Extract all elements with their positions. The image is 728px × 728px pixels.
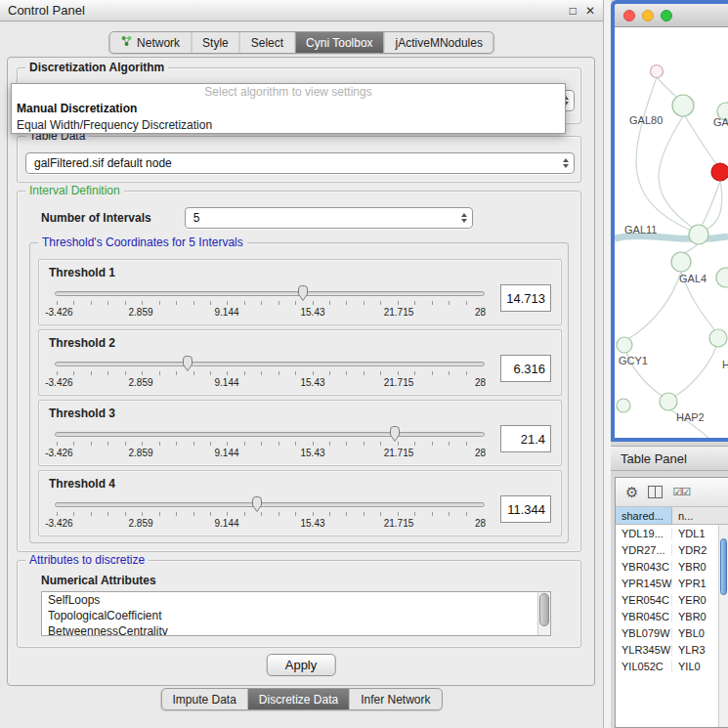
table-row[interactable]: YER054C YER0 — [616, 591, 728, 608]
threshold-1-value-field[interactable]: 14.713 — [500, 284, 551, 312]
tick-label: 28 — [475, 448, 486, 458]
interval-definition-label: Interval Definition — [25, 184, 124, 197]
threshold-4-slider[interactable]: -3.426 2.859 9.144 15.43 21.715 28 — [55, 495, 485, 535]
network-node[interactable] — [672, 95, 694, 116]
gear-icon[interactable]: ⚙ — [625, 485, 638, 499]
network-node[interactable] — [660, 393, 677, 410]
cell[interactable]: YBL079W — [616, 627, 672, 639]
threshold-1-slider[interactable]: -3.426 2.859 9.144 15.43 21.715 28 — [55, 284, 485, 323]
network-nodes[interactable] — [617, 95, 728, 438]
apply-button[interactable]: Apply — [267, 654, 336, 676]
table-vertical-scrollbar[interactable] — [718, 525, 728, 727]
tab-discretize-data[interactable]: Discretize Data — [248, 689, 350, 709]
cell[interactable]: YBR043C — [616, 561, 672, 573]
scrollbar-thumb[interactable] — [720, 538, 727, 595]
network-node[interactable] — [716, 268, 728, 287]
slider-track[interactable] — [55, 362, 485, 366]
slider-track[interactable] — [55, 432, 485, 437]
list-item[interactable]: TopologicalCoefficient — [42, 608, 550, 623]
select-columns-icon[interactable]: ☑☑ — [672, 486, 690, 498]
slider-ticks — [57, 512, 483, 516]
cell[interactable]: YBR045C — [616, 611, 672, 622]
network-tab-icon — [120, 35, 132, 50]
slider-ticks — [57, 442, 483, 446]
list-item[interactable]: SelfLoops — [42, 592, 550, 608]
cell[interactable]: YDL19... — [616, 528, 672, 539]
table-body: YDL19... YDL1 YDR27... YDR2 YBR043C YBR0… — [616, 525, 728, 674]
cell[interactable]: YIL052C — [616, 661, 672, 672]
cell[interactable]: YPR145W — [616, 578, 672, 589]
network-node-selected-red[interactable] — [711, 163, 728, 181]
slider-thumb[interactable] — [296, 284, 309, 302]
table-row[interactable]: YBR045C YBR0 — [616, 608, 728, 624]
table-row[interactable]: YIL052C YIL0 — [616, 658, 728, 674]
tick-label: -3.426 — [45, 448, 72, 458]
threshold-4-value-field[interactable]: 11.344 — [500, 495, 551, 523]
dropdown-option-equal-width[interactable]: Equal Width/Frequency Discretization — [12, 117, 565, 134]
number-of-intervals-combobox[interactable]: 5 — [185, 207, 473, 229]
table-panel-titlebar[interactable]: Table Panel — [611, 446, 728, 471]
close-traffic-light-icon[interactable] — [623, 10, 635, 21]
network-graph[interactable]: GAL80 GA GAL11 GAL4 GCY1 H HAP2 — [615, 27, 728, 438]
float-window-icon[interactable]: □ — [570, 4, 577, 18]
table-data-combobox[interactable]: galFiltered.sif default node — [25, 152, 575, 174]
column-header-shared-name[interactable]: shared... — [616, 507, 672, 524]
cell[interactable]: YDR27... — [616, 544, 672, 556]
table-row[interactable]: YLR345W YLR3 — [616, 641, 728, 658]
interval-definition-group: Interval Definition Number of Intervals … — [17, 191, 581, 552]
tab-cyni-toolbox[interactable]: Cyni Toolbox — [295, 32, 384, 53]
slider-tick-labels: -3.426 2.859 9.144 15.43 21.715 28 — [55, 518, 485, 530]
tab-jactivemnodules[interactable]: jActiveMNodules — [385, 32, 493, 53]
network-node[interactable] — [709, 329, 727, 347]
tab-discretize-data-label: Discretize Data — [259, 693, 338, 707]
zoom-traffic-light-icon[interactable] — [661, 10, 672, 21]
threshold-2-value-field[interactable]: 6.316 — [500, 355, 551, 382]
slider-track[interactable] — [55, 502, 485, 507]
tab-network[interactable]: Network — [109, 32, 192, 53]
slider-thumb[interactable] — [388, 425, 401, 443]
list-item[interactable]: BetweennessCentrality — [42, 623, 550, 636]
table-row[interactable]: YBR043C YBR0 — [616, 558, 728, 575]
table-row[interactable]: YDL19... YDL1 — [616, 525, 728, 541]
list-scrollbar[interactable] — [537, 592, 550, 635]
network-node[interactable] — [671, 252, 691, 272]
network-node[interactable] — [617, 399, 630, 412]
slider-thumb[interactable] — [250, 495, 263, 513]
table-row[interactable]: YDR27... YDR2 — [616, 541, 728, 558]
dropdown-option-manual[interactable]: Manual Discretization — [12, 101, 565, 117]
threshold-2-slider[interactable]: -3.426 2.859 9.144 15.43 21.715 28 — [55, 355, 485, 394]
network-window-titlebar[interactable] — [615, 4, 728, 27]
attributes-list[interactable]: SelfLoops TopologicalCoefficient Between… — [41, 591, 551, 636]
dropdown-placeholder-option[interactable]: Select algorithm to view settings — [12, 84, 565, 101]
close-icon[interactable]: ✕ — [585, 4, 595, 18]
threshold-4-panel: Threshold 4 -3.426 2.859 9.144 — [38, 470, 562, 536]
network-node[interactable] — [689, 225, 708, 244]
tab-impute-data[interactable]: Impute Data — [161, 689, 247, 709]
tab-infer-network[interactable]: Infer Network — [350, 689, 441, 709]
slider-thumb[interactable] — [182, 355, 194, 372]
control-panel-window: Control Panel □ ✕ Network Style — [0, 0, 604, 728]
tab-style[interactable]: Style — [192, 32, 240, 53]
table-row[interactable]: YPR145W YPR1 — [616, 575, 728, 591]
minimize-traffic-light-icon[interactable] — [642, 10, 654, 21]
threshold-3-value-field[interactable]: 21.4 — [500, 425, 551, 452]
network-node-pink[interactable] — [651, 65, 664, 78]
slider-track[interactable] — [55, 291, 485, 296]
scrollbar-thumb[interactable] — [539, 593, 549, 626]
threshold-3-slider[interactable]: -3.426 2.859 9.144 15.43 21.715 28 — [55, 425, 485, 464]
table-row[interactable]: YBL079W YBL0 — [616, 624, 728, 641]
attributes-group-label: Attributes to discretize — [25, 553, 149, 567]
slider-ticks — [57, 301, 483, 305]
slider-ticks — [57, 371, 483, 375]
column-header-name[interactable]: n... — [672, 507, 728, 524]
network-canvas[interactable]: GAL80 GA GAL11 GAL4 GCY1 H HAP2 — [615, 27, 728, 438]
table-header-row: shared... n... — [616, 507, 728, 525]
show-columns-icon[interactable] — [648, 486, 663, 498]
cell[interactable]: YER054C — [616, 594, 672, 606]
network-node[interactable] — [617, 337, 632, 353]
slider-tick-labels: -3.426 2.859 9.144 15.43 21.715 28 — [55, 377, 485, 389]
tick-label: 2.859 — [128, 307, 152, 318]
cell[interactable]: YLR345W — [616, 644, 672, 656]
highlighted-edge[interactable] — [615, 236, 728, 238]
tab-select[interactable]: Select — [240, 32, 295, 53]
